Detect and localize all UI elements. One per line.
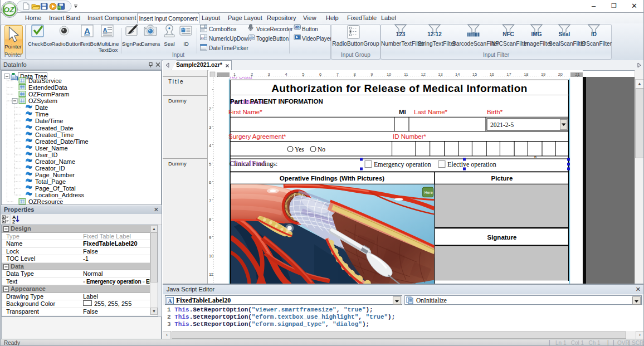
svg-text:ID Number*: ID Number* [393,133,427,140]
svg-text:OZResource: OZResource [28,198,63,204]
svg-text:Birth*: Birth* [487,109,503,115]
svg-text:8: 8 [209,217,211,222]
svg-text:2021-2-5: 2021-2-5 [490,121,514,128]
svg-text:A: A [168,298,173,304]
svg-text:10: 10 [209,254,213,259]
svg-text:Surgery Agreement*: Surgery Agreement* [228,133,286,140]
svg-text:11: 11 [209,272,213,277]
svg-text:Page_Number: Page_Number [35,172,75,178]
svg-text:OZFormParam: OZFormParam [28,91,69,98]
svg-text:Authorization for Release of M: Authorization for Release of Medical Inf… [271,82,528,94]
svg-text:OZSystem: OZSystem [28,98,57,104]
svg-text:12-12: 12-12 [427,31,442,37]
svg-text:Creator_ID: Creator_ID [35,165,65,172]
svg-text:Location_Address: Location_Address [35,192,85,198]
svg-text:Created_Date/Time: Created_Date/Time [35,138,89,145]
svg-text:Elective operation: Elective operation [447,160,496,168]
svg-text:First Name*: First Name* [228,109,262,115]
svg-text:Clinical Findings:: Clinical Findings: [230,160,277,168]
svg-text:9: 9 [209,235,211,240]
svg-text:Yes: Yes [295,146,304,153]
svg-text:Last Name*: Last Name* [414,109,448,115]
svg-text:Picture: Picture [491,175,513,182]
svg-text:ab: ab [295,25,300,29]
svg-text:Date/Time: Date/Time [35,118,63,124]
svg-text:Creator_Name: Creator_Name [35,158,75,165]
svg-text:No: No [318,146,325,153]
svg-text:Created_Date: Created_Date [35,125,74,131]
svg-text:IMG: IMG [531,31,542,37]
svg-text:7: 7 [209,198,211,203]
svg-text:5: 5 [209,162,211,167]
svg-text:123: 123 [396,31,406,37]
svg-text:2: 2 [12,219,15,225]
svg-text:Created_Time: Created_Time [35,131,74,138]
svg-text:ID: ID [591,31,597,37]
svg-text:10: 10 [201,36,204,40]
svg-text:MI: MI [399,109,406,115]
svg-text:3: 3 [209,125,211,130]
svg-text:6: 6 [209,180,211,185]
svg-text:User_ID: User_ID [35,152,57,158]
svg-text:4: 4 [209,143,211,148]
svg-text:2: 2 [209,106,211,111]
svg-text:No Data: No Data [230,77,252,80]
svg-text:Time: Time [35,111,48,118]
svg-text:Seal: Seal [559,31,570,37]
svg-text:Here: Here [425,191,433,194]
svg-text:Total_Page: Total_Page [35,178,66,185]
svg-text:A: A [84,26,90,36]
svg-text:ExtendedData: ExtendedData [28,84,68,91]
svg-text:DataService: DataService [28,77,62,84]
svg-text:Operative Findings (With Pictu: Operative Findings (With Pictures) [280,175,385,182]
svg-text:A: A [103,27,108,33]
svg-text:Part I: PATIENT INFORMATION: Part I: PATIENT INFORMATION [230,98,323,105]
svg-text:Emergency operation: Emergency operation [374,160,431,168]
svg-text:Date: Date [35,104,48,111]
svg-text:Page_Of_Total: Page_Of_Total [35,185,76,192]
svg-text:Signature: Signature [487,234,516,241]
svg-text:User_Name: User_Name [35,145,68,152]
svg-text:NFC: NFC [502,31,514,37]
